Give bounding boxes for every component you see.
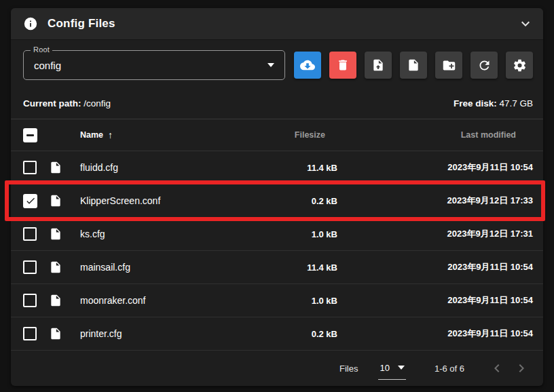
create-folder-button[interactable] — [435, 52, 462, 79]
file-icon — [49, 161, 80, 174]
chevron-right-icon — [513, 360, 530, 376]
refresh-icon — [477, 58, 492, 73]
table-row[interactable]: fluidd.cfg 11.4 kB 2023年9月11日 10:54 — [11, 151, 543, 184]
file-last-modified: 2023年9月12日 17:33 — [337, 195, 533, 207]
toolbar: Root config — [11, 40, 543, 80]
file-name[interactable]: ks.cfg — [80, 229, 256, 239]
table-row[interactable]: mainsail.cfg 11.4 kB 2023年9月11日 10:54 — [11, 251, 543, 284]
file-name[interactable]: KlipperScreen.conf — [80, 195, 256, 206]
current-path: Current path: /config — [23, 98, 111, 109]
column-header-name[interactable]: Name ↑ — [80, 130, 256, 140]
chevron-down-icon[interactable] — [517, 16, 534, 32]
next-page-button[interactable] — [509, 356, 534, 380]
file-icon — [49, 227, 80, 241]
refresh-button[interactable] — [470, 52, 498, 79]
create-file-button[interactable] — [400, 52, 427, 79]
chevron-left-icon — [489, 360, 505, 376]
folder-plus-icon — [442, 58, 456, 73]
file-upload-icon — [371, 58, 385, 72]
file-name[interactable]: printer.cfg — [80, 328, 256, 339]
table-row[interactable]: ks.cfg 1.0 kB 2023年9月12日 17:31 — [11, 218, 543, 251]
dropdown-arrow-icon — [398, 366, 405, 370]
status-row: Current path: /config Free disk: 47.7 GB — [11, 80, 543, 119]
upload-file-button[interactable] — [365, 52, 392, 79]
dropdown-arrow-icon — [267, 63, 274, 67]
file-last-modified: 2023年9月11日 10:54 — [337, 261, 533, 273]
checkmark-icon — [25, 195, 36, 206]
file-icon — [49, 294, 80, 307]
delete-selected-button[interactable] — [329, 52, 356, 79]
file-name[interactable]: fluidd.cfg — [80, 162, 256, 173]
column-header-filesize[interactable]: Filesize — [256, 130, 337, 140]
file-icon — [49, 260, 80, 274]
file-plus-icon — [407, 58, 420, 72]
file-last-modified: 2023年9月11日 10:54 — [337, 328, 533, 340]
upload-files-button[interactable] — [294, 52, 321, 79]
root-select-label: Root — [31, 45, 52, 54]
per-page-value: 10 — [380, 363, 389, 373]
file-icon — [49, 194, 80, 208]
row-checkbox[interactable] — [23, 161, 37, 174]
file-size: 1.0 kB — [256, 296, 337, 306]
config-files-panel: Config Files Root config — [11, 8, 543, 386]
file-size: 11.4 kB — [256, 163, 337, 173]
row-checkbox[interactable] — [23, 194, 37, 208]
file-icon — [49, 327, 80, 340]
column-header-last-modified[interactable]: Last modified — [337, 130, 533, 140]
trash-icon — [336, 58, 350, 72]
file-size: 0.2 kB — [256, 196, 337, 206]
table-body: fluidd.cfg 11.4 kB 2023年9月11日 10:54 Klip… — [11, 151, 543, 351]
panel-title: Config Files — [48, 17, 517, 31]
select-all-checkbox[interactable] — [23, 128, 37, 142]
row-checkbox[interactable] — [23, 327, 37, 340]
page: Config Files Root config — [0, 0, 554, 392]
table-row[interactable]: moonraker.conf 1.0 kB 2023年9月11日 10:54 — [11, 284, 543, 317]
settings-button[interactable] — [506, 52, 533, 79]
free-disk-label: Free disk: — [454, 98, 497, 109]
file-size: 0.2 kB — [256, 329, 337, 339]
panel-header[interactable]: Config Files — [11, 8, 543, 40]
previous-page-button[interactable] — [485, 356, 509, 380]
gear-icon — [513, 58, 527, 73]
file-last-modified: 2023年9月11日 10:54 — [337, 161, 533, 174]
current-path-value: /config — [84, 98, 111, 109]
file-name[interactable]: moonraker.conf — [80, 295, 256, 306]
file-last-modified: 2023年9月12日 17:31 — [337, 228, 533, 240]
table-row[interactable]: printer.cfg 0.2 kB 2023年9月11日 10:54 — [11, 317, 543, 351]
root-select-value: config — [34, 60, 267, 71]
free-disk: Free disk: 47.7 GB — [454, 98, 533, 109]
indeterminate-icon — [26, 134, 34, 136]
table-header: Name ↑ Filesize Last modified — [11, 119, 543, 151]
file-last-modified: 2023年9月11日 10:54 — [337, 294, 533, 307]
row-checkbox[interactable] — [23, 227, 37, 241]
root-select[interactable]: Root config — [23, 50, 285, 80]
page-range: 1-6 of 6 — [435, 364, 464, 374]
row-checkbox[interactable] — [23, 294, 37, 307]
per-page-select[interactable]: 10 — [378, 363, 405, 380]
current-path-label: Current path: — [23, 98, 81, 109]
sort-ascending-icon: ↑ — [108, 130, 113, 140]
cloud-upload-icon — [300, 58, 315, 73]
file-name[interactable]: mainsail.cfg — [80, 262, 256, 273]
free-disk-value: 47.7 GB — [499, 98, 533, 109]
toolbar-buttons — [294, 52, 533, 79]
file-size: 1.0 kB — [256, 229, 337, 239]
per-page-label: Files — [339, 364, 358, 374]
file-size: 11.4 kB — [256, 262, 337, 273]
table-row[interactable]: KlipperScreen.conf 0.2 kB 2023年9月12日 17:… — [11, 184, 543, 218]
info-circle-icon — [23, 16, 38, 31]
pagination-bar: Files 10 1-6 of 6 — [11, 351, 543, 386]
row-checkbox[interactable] — [23, 260, 37, 274]
